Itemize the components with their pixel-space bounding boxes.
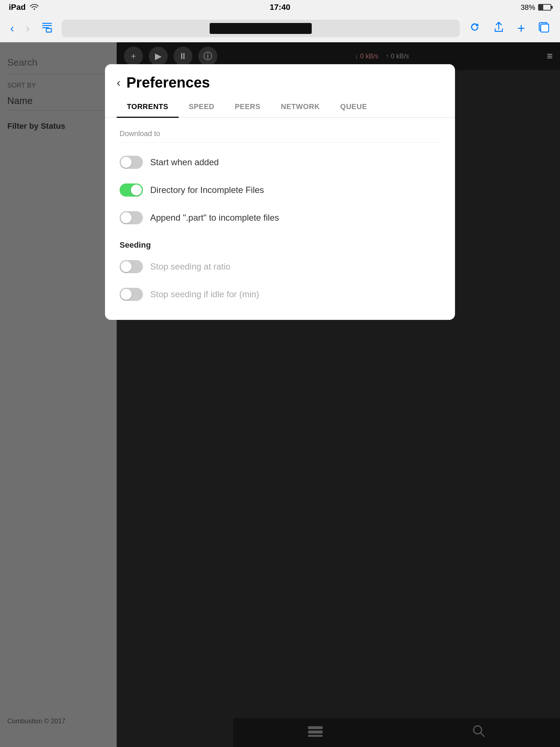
forward-button[interactable]: › [23, 20, 33, 36]
prefs-title: Preferences [127, 74, 210, 91]
share-button[interactable] [490, 20, 508, 36]
tab-queue[interactable]: QUEUE [330, 97, 377, 118]
tab-peers[interactable]: PEERS [225, 97, 271, 118]
wifi-icon [30, 3, 39, 12]
append-part-toggle[interactable] [120, 211, 143, 224]
modal-overlay: ‹ Preferences TORRENTS SPEED PEERS NETWO… [0, 42, 560, 747]
stop-idle-label: Stop seeding if idle for (min) [150, 289, 259, 299]
tabs-button[interactable] [534, 20, 553, 36]
url-display [210, 23, 312, 34]
incomplete-dir-label: Directory for Incomplete Files [150, 185, 264, 195]
prefs-tabs: TORRENTS SPEED PEERS NETWORK QUEUE [105, 97, 455, 118]
bookmarks-button[interactable] [38, 20, 56, 37]
preferences-modal: ‹ Preferences TORRENTS SPEED PEERS NETWO… [105, 64, 455, 320]
append-part-label: Append ".part" to incomplete files [150, 213, 279, 223]
prefs-content: Download to Start when added Directory f… [105, 118, 455, 320]
browser-toolbar: ‹ › + [0, 15, 560, 42]
start-when-added-toggle[interactable] [120, 156, 143, 169]
reload-button[interactable] [466, 20, 484, 36]
battery-percent: 38% [521, 3, 535, 12]
stop-ratio-toggle[interactable] [120, 260, 143, 273]
time-display: 17:40 [270, 3, 290, 12]
tab-torrents[interactable]: TORRENTS [117, 97, 179, 118]
battery-icon [538, 4, 551, 11]
stop-ratio-label: Stop seeding at ratio [150, 262, 230, 272]
svg-rect-2 [541, 24, 549, 32]
stop-idle-row: Stop seeding if idle for (min) [120, 280, 440, 308]
main-content: Search SORT BY Name ▾ Filter by Status C… [0, 42, 560, 747]
incomplete-dir-row: Directory for Incomplete Files [120, 176, 440, 204]
prefs-header: ‹ Preferences [105, 64, 455, 97]
tab-network[interactable]: NETWORK [271, 97, 330, 118]
tab-speed[interactable]: SPEED [179, 97, 225, 118]
back-button[interactable]: ‹ [7, 20, 17, 36]
seeding-header: Seeding [120, 240, 440, 250]
device-label: iPad [9, 3, 26, 12]
start-when-added-row: Start when added [120, 148, 440, 176]
svg-rect-0 [46, 28, 51, 32]
stop-ratio-row: Stop seeding at ratio [120, 253, 440, 280]
status-bar: iPad 17:40 38% [0, 0, 560, 15]
append-part-row: Append ".part" to incomplete files [120, 204, 440, 232]
stop-idle-toggle[interactable] [120, 288, 143, 301]
start-when-added-label: Start when added [150, 157, 219, 167]
address-bar[interactable] [62, 20, 460, 37]
add-tab-button[interactable]: + [514, 19, 529, 38]
incomplete-dir-toggle[interactable] [120, 183, 143, 197]
download-to-label: Download to [120, 129, 440, 143]
prefs-back-button[interactable]: ‹ [117, 76, 121, 89]
